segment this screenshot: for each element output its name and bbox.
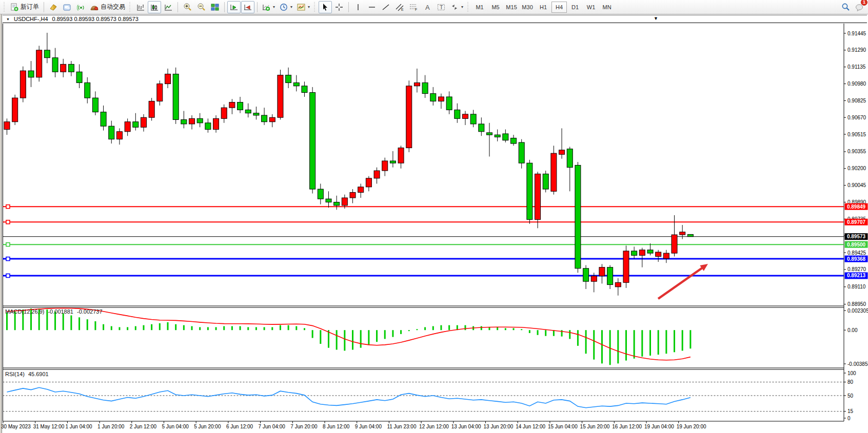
candlestick-icon <box>150 3 159 11</box>
candle <box>189 118 195 124</box>
toolbar-grip[interactable] <box>467 2 470 12</box>
svg-text:1 Jun 04:00: 1 Jun 04:00 <box>65 424 92 429</box>
candle <box>687 234 693 236</box>
candle <box>101 112 106 127</box>
candle <box>293 83 299 86</box>
svg-text:0.89368: 0.89368 <box>847 256 866 262</box>
channel-button[interactable]: E <box>393 1 406 13</box>
fibonacci-button[interactable]: F <box>407 1 420 13</box>
chart-shift-button[interactable] <box>241 1 254 13</box>
line-anchor[interactable] <box>6 257 10 261</box>
macd-indicator-label: MACD(12,26,9) -0.001881 -0.002737 <box>5 308 103 315</box>
candle <box>269 117 275 121</box>
svg-text:11 Jun 23:00: 11 Jun 23:00 <box>387 424 417 429</box>
svg-text:15: 15 <box>847 408 854 414</box>
price-axis: 0.914450.912900.911350.909800.908250.906… <box>844 31 866 307</box>
navigator-button[interactable] <box>74 1 88 13</box>
candle <box>527 163 532 219</box>
candle <box>61 64 66 72</box>
line-anchor[interactable] <box>6 243 10 246</box>
timeframe-w1[interactable]: W1 <box>583 2 599 13</box>
toolbar-grip[interactable] <box>314 2 317 12</box>
candle <box>205 123 211 130</box>
candle <box>286 75 291 83</box>
candle <box>52 58 58 72</box>
candle <box>430 94 436 101</box>
svg-text:31 May 12:00: 31 May 12:00 <box>33 424 65 429</box>
candle <box>358 187 364 193</box>
text-label-button[interactable]: T <box>435 1 448 13</box>
autotrading-icon <box>90 3 98 11</box>
timeframe-mn[interactable]: MN <box>599 2 615 13</box>
candle <box>455 110 460 118</box>
toolbar-grip[interactable] <box>129 2 132 12</box>
arrows-caret[interactable]: ▾ <box>461 5 463 9</box>
templates-caret[interactable]: ▾ <box>308 5 310 9</box>
timeframe-m1[interactable]: M1 <box>472 2 487 13</box>
candle <box>632 251 637 255</box>
candle <box>173 74 179 119</box>
timeframe-d1[interactable]: D1 <box>567 2 583 13</box>
svg-text:19 Jun 20:00: 19 Jun 20:00 <box>677 424 706 429</box>
new-order-button[interactable]: 新订单 <box>8 1 41 13</box>
cursor-button[interactable] <box>319 1 332 13</box>
svg-text:0.90670: 0.90670 <box>847 115 866 120</box>
candle <box>76 72 82 83</box>
trendline-button[interactable] <box>379 1 392 13</box>
bar-chart-button[interactable] <box>134 1 147 13</box>
indicators-button[interactable]: ▾ <box>260 1 277 13</box>
vertical-line-button[interactable] <box>351 1 365 13</box>
svg-text:6 Jun 12:00: 6 Jun 12:00 <box>226 424 253 429</box>
line-anchor[interactable] <box>6 220 10 224</box>
templates-button[interactable]: ▾ <box>295 1 312 13</box>
indicators-icon <box>262 3 270 11</box>
timeframe-m30[interactable]: M30 <box>520 2 535 13</box>
autoscroll-button[interactable] <box>227 1 241 13</box>
data-window-button[interactable] <box>61 1 74 13</box>
candle <box>535 174 541 219</box>
timeframe-m15[interactable]: M15 <box>504 2 519 13</box>
line-chart-button[interactable] <box>162 1 175 13</box>
candle <box>85 83 90 98</box>
toolbar-grip[interactable] <box>4 2 6 12</box>
candle <box>615 282 621 286</box>
indicators-caret[interactable]: ▾ <box>273 5 275 9</box>
line-anchor[interactable] <box>6 274 10 277</box>
timeframe-h1[interactable]: H1 <box>536 2 551 13</box>
search-button[interactable] <box>839 1 852 13</box>
trend-arrow-annotation[interactable] <box>658 264 708 299</box>
candle <box>92 98 98 112</box>
tile-windows-button[interactable] <box>208 1 222 13</box>
templates-icon <box>297 3 305 11</box>
trendline-icon <box>382 3 390 11</box>
timeframe-h4[interactable]: H4 <box>551 2 567 13</box>
svg-text:50: 50 <box>847 393 854 399</box>
fibonacci-icon: F <box>409 3 418 11</box>
channel-icon: E <box>396 3 404 11</box>
candle <box>334 202 340 205</box>
market-watch-button[interactable] <box>47 1 60 13</box>
cursor-icon <box>321 3 329 11</box>
arrows-tool-button[interactable]: ▾ <box>448 1 465 13</box>
timeframe-m5[interactable]: M5 <box>488 2 503 13</box>
candle <box>374 171 380 178</box>
periods-caret[interactable]: ▾ <box>290 5 292 9</box>
notifications-button[interactable]: 1 <box>853 1 866 13</box>
svg-text:0.88950: 0.88950 <box>847 301 866 307</box>
zoom-out-button[interactable] <box>194 1 208 13</box>
candle <box>197 118 203 122</box>
svg-text:100: 100 <box>847 370 856 376</box>
candlestick-button[interactable] <box>148 1 161 13</box>
candle <box>310 92 315 189</box>
horizontal-line-button[interactable] <box>365 1 379 13</box>
svg-text:0.89213: 0.89213 <box>847 273 866 278</box>
candles-layer <box>4 33 693 296</box>
zoom-in-button[interactable] <box>181 1 194 13</box>
chart-window[interactable]: ▼ USDCHF-,H4 0.89593 0.89593 0.89573 0.8… <box>0 14 868 433</box>
candle <box>149 101 154 117</box>
periods-button[interactable]: ▾ <box>278 1 294 13</box>
crosshair-button[interactable] <box>332 1 346 13</box>
line-anchor[interactable] <box>6 205 10 209</box>
text-button[interactable]: A <box>421 1 434 13</box>
autotrading-button[interactable]: 自动交易 <box>88 1 127 13</box>
